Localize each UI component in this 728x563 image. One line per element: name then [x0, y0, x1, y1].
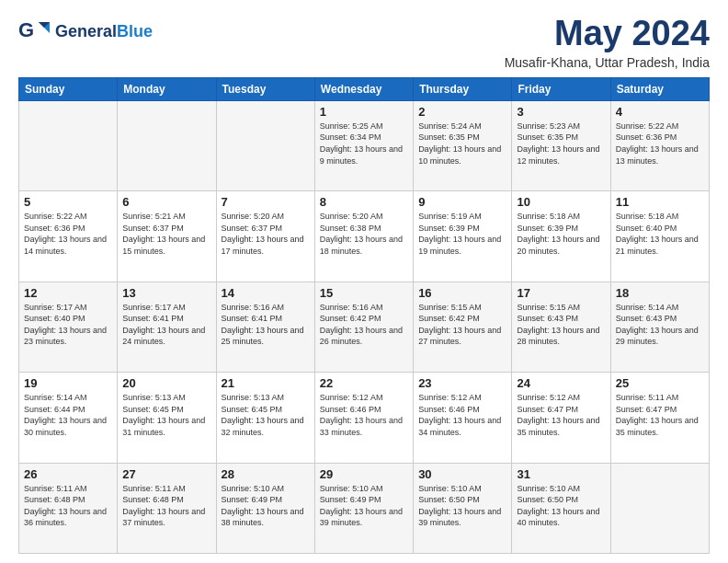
svg-text:G: G: [18, 18, 34, 41]
day-number: 6: [122, 195, 210, 209]
calendar-table: Sunday Monday Tuesday Wednesday Thursday…: [18, 77, 710, 554]
calendar-cell: [19, 100, 118, 190]
day-info: Sunrise: 5:25 AM Sunset: 6:34 PM Dayligh…: [320, 121, 408, 167]
calendar-cell: 23Sunrise: 5:12 AM Sunset: 6:46 PM Dayli…: [414, 373, 512, 463]
day-number: 10: [517, 195, 605, 209]
day-number: 12: [24, 286, 112, 300]
col-tuesday: Tuesday: [216, 77, 314, 100]
day-info: Sunrise: 5:20 AM Sunset: 6:38 PM Dayligh…: [320, 211, 408, 257]
col-thursday: Thursday: [414, 77, 512, 100]
calendar-cell: 10Sunrise: 5:18 AM Sunset: 6:39 PM Dayli…: [512, 191, 610, 282]
day-info: Sunrise: 5:14 AM Sunset: 6:43 PM Dayligh…: [616, 302, 704, 348]
day-number: 14: [222, 286, 310, 300]
calendar-cell: 20Sunrise: 5:13 AM Sunset: 6:45 PM Dayli…: [118, 373, 216, 463]
day-info: Sunrise: 5:22 AM Sunset: 6:36 PM Dayligh…: [24, 211, 112, 257]
day-number: 30: [418, 467, 506, 481]
day-info: Sunrise: 5:15 AM Sunset: 6:43 PM Dayligh…: [517, 302, 605, 348]
day-number: 31: [517, 467, 605, 481]
week-row-2: 5Sunrise: 5:22 AM Sunset: 6:36 PM Daylig…: [19, 191, 710, 282]
calendar-cell: 5Sunrise: 5:22 AM Sunset: 6:36 PM Daylig…: [19, 191, 118, 282]
day-number: 16: [418, 286, 506, 300]
day-info: Sunrise: 5:10 AM Sunset: 6:49 PM Dayligh…: [222, 483, 310, 529]
day-number: 7: [222, 195, 310, 209]
day-info: Sunrise: 5:13 AM Sunset: 6:45 PM Dayligh…: [122, 392, 210, 438]
week-row-1: 1Sunrise: 5:25 AM Sunset: 6:34 PM Daylig…: [19, 100, 710, 190]
day-info: Sunrise: 5:14 AM Sunset: 6:44 PM Dayligh…: [24, 392, 112, 438]
day-info: Sunrise: 5:12 AM Sunset: 6:46 PM Dayligh…: [418, 392, 506, 438]
calendar-cell: 11Sunrise: 5:18 AM Sunset: 6:40 PM Dayli…: [610, 191, 709, 282]
calendar-cell: 3Sunrise: 5:23 AM Sunset: 6:35 PM Daylig…: [512, 100, 610, 190]
calendar-cell: 24Sunrise: 5:12 AM Sunset: 6:47 PM Dayli…: [512, 373, 610, 463]
day-number: 29: [320, 467, 408, 481]
day-number: 23: [418, 376, 506, 390]
week-row-5: 26Sunrise: 5:11 AM Sunset: 6:48 PM Dayli…: [19, 463, 710, 553]
page: G GeneralBlue May 2024 Musafir-Khana, Ut…: [0, 0, 728, 563]
day-info: Sunrise: 5:17 AM Sunset: 6:40 PM Dayligh…: [24, 302, 112, 348]
location: Musafir-Khana, Uttar Pradesh, India: [505, 55, 710, 70]
day-info: Sunrise: 5:13 AM Sunset: 6:45 PM Dayligh…: [222, 392, 310, 438]
day-info: Sunrise: 5:20 AM Sunset: 6:37 PM Dayligh…: [222, 211, 310, 257]
day-info: Sunrise: 5:23 AM Sunset: 6:35 PM Dayligh…: [517, 121, 605, 167]
title-block: May 2024 Musafir-Khana, Uttar Pradesh, I…: [505, 15, 710, 70]
day-number: 24: [517, 376, 605, 390]
day-number: 11: [616, 195, 704, 209]
calendar-cell: 28Sunrise: 5:10 AM Sunset: 6:49 PM Dayli…: [216, 463, 314, 553]
logo-blue: Blue: [117, 22, 153, 41]
day-info: Sunrise: 5:15 AM Sunset: 6:42 PM Dayligh…: [418, 302, 506, 348]
calendar-cell: 9Sunrise: 5:19 AM Sunset: 6:39 PM Daylig…: [414, 191, 512, 282]
day-number: 4: [616, 105, 704, 119]
day-info: Sunrise: 5:17 AM Sunset: 6:41 PM Dayligh…: [122, 302, 210, 348]
logo-general: General: [55, 22, 117, 41]
calendar-cell: 21Sunrise: 5:13 AM Sunset: 6:45 PM Dayli…: [216, 373, 314, 463]
col-sunday: Sunday: [19, 77, 118, 100]
day-number: 20: [122, 376, 210, 390]
day-info: Sunrise: 5:19 AM Sunset: 6:39 PM Dayligh…: [418, 211, 506, 257]
calendar-cell: 13Sunrise: 5:17 AM Sunset: 6:41 PM Dayli…: [118, 282, 216, 372]
day-number: 1: [320, 105, 408, 119]
col-monday: Monday: [118, 77, 216, 100]
calendar-cell: 30Sunrise: 5:10 AM Sunset: 6:50 PM Dayli…: [414, 463, 512, 553]
day-info: Sunrise: 5:12 AM Sunset: 6:46 PM Dayligh…: [320, 392, 408, 438]
day-number: 27: [122, 467, 210, 481]
day-number: 15: [320, 286, 408, 300]
day-info: Sunrise: 5:16 AM Sunset: 6:41 PM Dayligh…: [222, 302, 310, 348]
day-info: Sunrise: 5:10 AM Sunset: 6:50 PM Dayligh…: [517, 483, 605, 529]
calendar-cell: 22Sunrise: 5:12 AM Sunset: 6:46 PM Dayli…: [314, 373, 413, 463]
day-number: 21: [222, 376, 310, 390]
week-row-3: 12Sunrise: 5:17 AM Sunset: 6:40 PM Dayli…: [19, 282, 710, 372]
month-title: May 2024: [505, 15, 710, 53]
calendar-cell: 4Sunrise: 5:22 AM Sunset: 6:36 PM Daylig…: [610, 100, 709, 190]
day-info: Sunrise: 5:10 AM Sunset: 6:49 PM Dayligh…: [320, 483, 408, 529]
calendar-cell: 26Sunrise: 5:11 AM Sunset: 6:48 PM Dayli…: [19, 463, 118, 553]
day-info: Sunrise: 5:12 AM Sunset: 6:47 PM Dayligh…: [517, 392, 605, 438]
day-number: 26: [24, 467, 112, 481]
calendar-cell: 27Sunrise: 5:11 AM Sunset: 6:48 PM Dayli…: [118, 463, 216, 553]
day-info: Sunrise: 5:11 AM Sunset: 6:48 PM Dayligh…: [122, 483, 210, 529]
day-number: 5: [24, 195, 112, 209]
calendar-cell: 8Sunrise: 5:20 AM Sunset: 6:38 PM Daylig…: [314, 191, 413, 282]
day-info: Sunrise: 5:21 AM Sunset: 6:37 PM Dayligh…: [122, 211, 210, 257]
logo: G GeneralBlue: [18, 15, 153, 48]
calendar-cell: 7Sunrise: 5:20 AM Sunset: 6:37 PM Daylig…: [216, 191, 314, 282]
day-number: 3: [517, 105, 605, 119]
calendar-cell: [216, 100, 314, 190]
day-number: 13: [122, 286, 210, 300]
calendar-cell: [610, 463, 709, 553]
day-number: 19: [24, 376, 112, 390]
day-number: 25: [616, 376, 704, 390]
day-info: Sunrise: 5:10 AM Sunset: 6:50 PM Dayligh…: [418, 483, 506, 529]
calendar-cell: 17Sunrise: 5:15 AM Sunset: 6:43 PM Dayli…: [512, 282, 610, 372]
calendar-cell: 12Sunrise: 5:17 AM Sunset: 6:40 PM Dayli…: [19, 282, 118, 372]
header: G GeneralBlue May 2024 Musafir-Khana, Ut…: [18, 15, 710, 70]
day-info: Sunrise: 5:11 AM Sunset: 6:47 PM Dayligh…: [616, 392, 704, 438]
logo-icon: G: [18, 15, 51, 48]
day-number: 18: [616, 286, 704, 300]
day-info: Sunrise: 5:11 AM Sunset: 6:48 PM Dayligh…: [24, 483, 112, 529]
calendar-cell: 15Sunrise: 5:16 AM Sunset: 6:42 PM Dayli…: [314, 282, 413, 372]
day-number: 17: [517, 286, 605, 300]
week-row-4: 19Sunrise: 5:14 AM Sunset: 6:44 PM Dayli…: [19, 373, 710, 463]
calendar-cell: 16Sunrise: 5:15 AM Sunset: 6:42 PM Dayli…: [414, 282, 512, 372]
day-info: Sunrise: 5:18 AM Sunset: 6:40 PM Dayligh…: [616, 211, 704, 257]
day-info: Sunrise: 5:18 AM Sunset: 6:39 PM Dayligh…: [517, 211, 605, 257]
calendar-cell: [118, 100, 216, 190]
